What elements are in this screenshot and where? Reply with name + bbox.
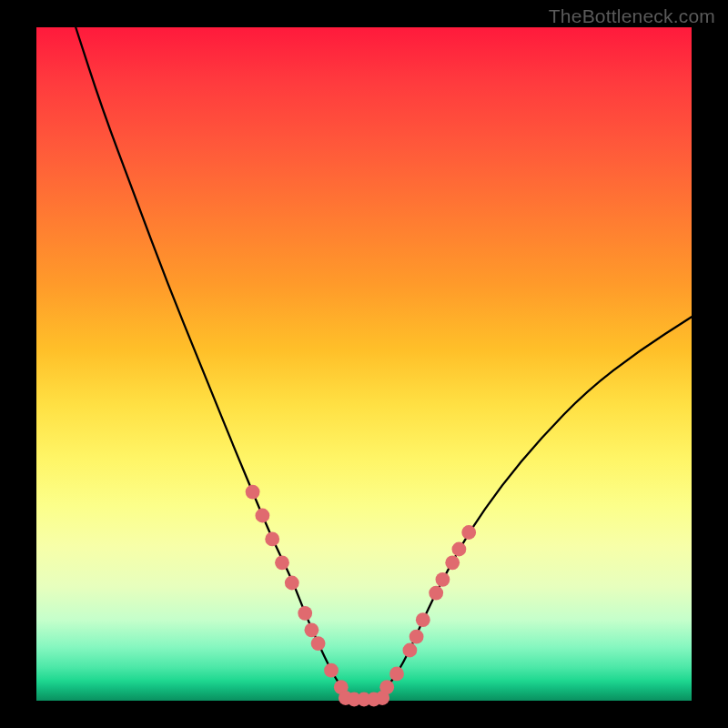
- curve-marker: [436, 572, 450, 587]
- curve-marker: [416, 612, 430, 627]
- curve-marker: [305, 622, 319, 637]
- curve-marker: [379, 680, 394, 694]
- curve-marker: [403, 643, 418, 658]
- curve-marker: [324, 663, 339, 678]
- curve-marker: [246, 485, 260, 500]
- curve-marker: [311, 636, 326, 651]
- chart-overlay: [36, 27, 692, 701]
- curve-marker: [389, 667, 404, 682]
- curve-marker: [445, 555, 460, 570]
- watermark-text: TheBottleneck.com: [549, 5, 715, 27]
- curve-marker: [285, 576, 299, 591]
- curve-markers: [246, 485, 476, 707]
- bottleneck-curve-line: [76, 27, 692, 700]
- curve-marker: [265, 532, 279, 547]
- curve-marker: [275, 555, 289, 570]
- curve-marker: [452, 542, 467, 557]
- curve-marker: [298, 606, 312, 621]
- curve-marker: [429, 586, 443, 601]
- curve-marker: [410, 630, 424, 644]
- curve-marker: [256, 509, 270, 523]
- curve-marker: [461, 525, 476, 540]
